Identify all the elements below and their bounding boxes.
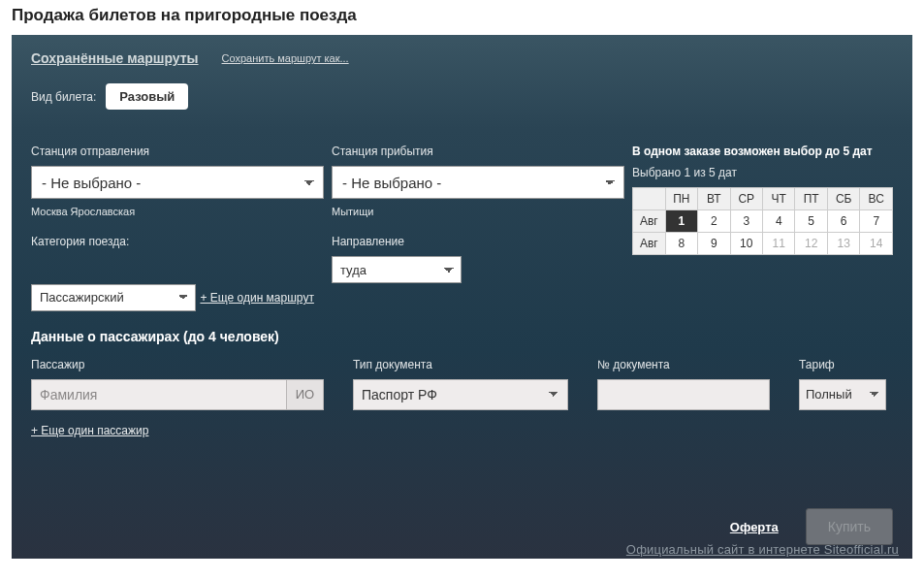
- ticket-type-label: Вид билета:: [31, 90, 96, 104]
- passenger-row: Пассажир ИО Тип документа Паспорт РФ № д…: [31, 358, 893, 410]
- calendar-day[interactable]: 9: [698, 233, 730, 255]
- weekday-sat: СБ: [827, 188, 860, 210]
- weekday-tue: ВТ: [698, 188, 730, 210]
- watermark: Официальный сайт в интернете Siteofficia…: [626, 542, 899, 557]
- month-label: Авг: [633, 233, 666, 255]
- add-route-link[interactable]: + Еще один маршрут: [200, 291, 313, 305]
- calendar-day[interactable]: 1: [665, 210, 698, 233]
- doc-num-input[interactable]: [597, 379, 770, 410]
- departure-select[interactable]: - Не выбрано -: [31, 166, 324, 199]
- calendar-row: Авг 8 9 10 11 12 13 14: [633, 233, 893, 255]
- arrival-hint[interactable]: Мытищи: [332, 206, 624, 217]
- tariff-label: Тариф: [799, 358, 886, 371]
- doc-type-select[interactable]: Паспорт РФ: [353, 379, 568, 410]
- weekday-sun: ВС: [860, 188, 893, 210]
- ticket-type-button[interactable]: Разовый: [106, 83, 188, 110]
- initials-button[interactable]: ИО: [287, 379, 324, 410]
- calendar-day[interactable]: 8: [665, 233, 698, 255]
- calendar-day[interactable]: 7: [860, 210, 893, 233]
- category-label: Категория поезда:: [31, 235, 324, 248]
- dates-note: В одном заказе возможен выбор до 5 дат: [632, 145, 893, 158]
- calendar-day: 13: [827, 233, 860, 255]
- add-passenger-link[interactable]: + Еще один пассажир: [31, 424, 148, 437]
- dates-selected-count: Выбрано 1 из 5 дат: [632, 166, 893, 179]
- calendar-day[interactable]: 4: [763, 210, 795, 233]
- save-route-as-link[interactable]: Сохранить маршрут как...: [222, 52, 349, 64]
- calendar-day: 14: [860, 233, 893, 255]
- offer-link[interactable]: Оферта: [730, 520, 779, 534]
- calendar: ПН ВТ СР ЧТ ПТ СБ ВС Авг 1 2 3 4 5 6 7: [632, 187, 893, 255]
- direction-select[interactable]: туда: [332, 256, 462, 283]
- calendar-day[interactable]: 6: [827, 210, 860, 233]
- tariff-select[interactable]: Полный: [799, 379, 886, 410]
- calendar-day[interactable]: 5: [795, 210, 827, 233]
- passenger-label: Пассажир: [31, 358, 324, 371]
- weekday-mon: ПН: [665, 188, 698, 210]
- arrival-select[interactable]: - Не выбрано -: [332, 166, 624, 199]
- departure-hint[interactable]: Москва Ярославская: [31, 206, 324, 217]
- direction-label: Направление: [332, 235, 624, 248]
- calendar-day[interactable]: 2: [698, 210, 730, 233]
- month-label: Авг: [633, 210, 666, 233]
- calendar-row: Авг 1 2 3 4 5 6 7: [633, 210, 893, 233]
- booking-panel: Сохранённые маршруты Сохранить маршрут к…: [12, 35, 912, 559]
- calendar-day[interactable]: 3: [730, 210, 763, 233]
- buy-button[interactable]: Купить: [806, 508, 893, 545]
- category-select[interactable]: Пассажирский: [31, 284, 196, 311]
- doc-type-label: Тип документа: [353, 358, 568, 371]
- page-title: Продажа билетов на пригородные поезда: [0, 0, 924, 35]
- departure-label: Станция отправления: [31, 145, 324, 158]
- saved-routes-link[interactable]: Сохранённые маршруты: [31, 50, 199, 66]
- doc-num-label: № документа: [597, 358, 770, 371]
- arrival-label: Станция прибытия: [332, 145, 624, 158]
- ticket-type-row: Вид билета: Разовый: [31, 83, 893, 110]
- top-links: Сохранённые маршруты Сохранить маршрут к…: [31, 50, 893, 66]
- calendar-day[interactable]: 10: [730, 233, 763, 255]
- passengers-title: Данные о пассажирах (до 4 человек): [31, 329, 893, 344]
- weekday-wed: СР: [730, 188, 763, 210]
- weekday-fri: ПТ: [795, 188, 827, 210]
- weekday-thu: ЧТ: [763, 188, 795, 210]
- calendar-day: 12: [795, 233, 827, 255]
- surname-input[interactable]: [31, 379, 287, 410]
- bottom-actions: Оферта Купить: [730, 508, 893, 545]
- calendar-day: 11: [763, 233, 795, 255]
- calendar-header-row: ПН ВТ СР ЧТ ПТ СБ ВС: [633, 188, 893, 210]
